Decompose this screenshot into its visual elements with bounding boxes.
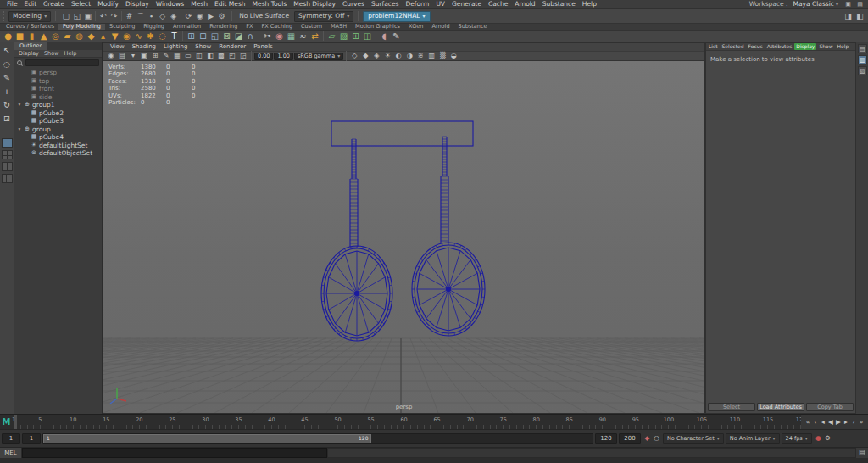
wireframe-color-icon[interactable]: ✎: [391, 31, 402, 42]
select-tool[interactable]: ↖: [1, 45, 13, 56]
menu-help[interactable]: Help: [579, 1, 600, 8]
menu-create[interactable]: Create: [40, 1, 68, 8]
tool-settings-tab-icon[interactable]: ▧: [858, 66, 867, 75]
motion-blur-icon[interactable]: ≋: [415, 52, 426, 61]
wireframe-display-icon[interactable]: ◇: [349, 52, 359, 61]
exposure-field[interactable]: 0.00: [254, 53, 273, 60]
step-forward-frame-button[interactable]: ›: [850, 417, 858, 427]
open-scene-icon[interactable]: ◱: [71, 11, 82, 22]
show-attribute-editor-icon[interactable]: ◨: [843, 11, 854, 22]
scene-selector[interactable]: problem12NHAL ▾: [363, 11, 430, 22]
menu-substance[interactable]: Substance: [539, 1, 579, 8]
textured-display-icon[interactable]: ◈: [371, 52, 381, 61]
poly-pipe-icon[interactable]: ◉: [121, 31, 132, 42]
four-pane-layout-button[interactable]: [2, 150, 13, 159]
poly-pyramid-icon[interactable]: ▴: [97, 31, 108, 42]
rotate-tool[interactable]: ↻: [1, 99, 13, 110]
menu-mesh[interactable]: Mesh: [187, 1, 211, 8]
single-pane-layout-button[interactable]: [2, 138, 13, 148]
uv-automatic-icon[interactable]: ▨: [338, 31, 349, 42]
snap-point-icon[interactable]: ∙: [146, 11, 157, 22]
target-weld-icon[interactable]: ◉: [274, 31, 285, 42]
save-scene-icon[interactable]: ▣: [82, 11, 93, 22]
smooth-icon[interactable]: ≈: [298, 31, 309, 42]
ae-menu-display[interactable]: Display: [794, 43, 816, 50]
ae-menu-list[interactable]: List: [707, 43, 720, 50]
animation-preferences-icon[interactable]: ⚙: [823, 433, 832, 444]
viewport-menu-view[interactable]: View: [107, 44, 128, 50]
poly-plane-icon[interactable]: ▰: [62, 31, 73, 42]
grid-toggle-icon[interactable]: ▦: [172, 52, 182, 61]
expand-arrow-icon[interactable]: ▾: [17, 127, 22, 132]
time-slider[interactable]: M 15101520253035404550556065707580859095…: [0, 414, 801, 429]
lasso-select-tool[interactable]: ◌: [1, 59, 13, 70]
snap-plane-icon[interactable]: ◇: [157, 11, 168, 22]
outliner-menu-help[interactable]: Help: [63, 51, 79, 57]
shelf-tab-poly-modeling[interactable]: Poly Modeling: [58, 24, 105, 30]
view-transform-selector[interactable]: sRGB gamma ▾: [294, 53, 343, 60]
copy-tab-button[interactable]: Copy Tab: [806, 403, 854, 411]
viewport-menu-panels[interactable]: Panels: [250, 44, 276, 50]
shelf-tab-rigging[interactable]: Rigging: [139, 24, 169, 30]
menu-set-selector[interactable]: Modeling ▾: [8, 11, 51, 22]
use-all-lights-icon[interactable]: ☀: [382, 52, 392, 61]
go-to-end-button[interactable]: »: [858, 417, 865, 427]
2d-pan-zoom-icon[interactable]: ⊞: [150, 52, 160, 61]
outliner-item-pcube3[interactable]: ▦pCube3: [14, 117, 102, 126]
viewport-menu-show[interactable]: Show: [192, 44, 214, 50]
xray-icon[interactable]: ▒: [437, 52, 448, 61]
poly-cube-icon[interactable]: ■: [14, 31, 25, 42]
menu-modify[interactable]: Modify: [94, 1, 122, 8]
script-editor-icon[interactable]: ▤: [856, 448, 868, 458]
shelf-tab-fx[interactable]: FX: [242, 24, 257, 30]
poly-helix-icon[interactable]: ∿: [133, 31, 144, 42]
scene-svg[interactable]: [103, 61, 704, 413]
expand-arrow-icon[interactable]: ▾: [17, 103, 22, 108]
viewport-menu-renderer[interactable]: Renderer: [215, 44, 249, 50]
outliner-item-persp[interactable]: ▣persp: [14, 69, 102, 77]
shelf-tab-sculpting[interactable]: Sculpting: [105, 24, 139, 30]
ae-menu-attributes[interactable]: Attributes: [765, 43, 794, 50]
channel-box-tab-icon[interactable]: ▤: [858, 44, 867, 53]
symmetry-selector[interactable]: Symmetry: Off ▾: [294, 11, 353, 22]
workspace-selector[interactable]: Maya Classic ▾: [791, 1, 841, 8]
bridge-icon[interactable]: ∩: [245, 31, 256, 42]
menu-mesh-display[interactable]: Mesh Display: [290, 1, 339, 8]
drag-grip[interactable]: [3, 11, 6, 21]
menu-windows[interactable]: Windows: [153, 1, 187, 8]
quad-draw-icon[interactable]: ▦: [286, 31, 297, 42]
shadows-icon[interactable]: ◐: [393, 52, 403, 61]
redo-icon[interactable]: ↷: [108, 11, 120, 22]
poly-prism-icon[interactable]: ▼: [109, 31, 120, 42]
fps-selector[interactable]: 24 fps ▾: [782, 433, 812, 444]
workspace-options-icon[interactable]: ▤: [855, 1, 865, 8]
separate-icon[interactable]: ⊟: [198, 31, 209, 42]
menu-select[interactable]: Select: [68, 1, 94, 8]
poly-cone-icon[interactable]: ▲: [38, 31, 49, 42]
bookmarks-icon[interactable]: ▾: [128, 52, 138, 61]
multi-cut-icon[interactable]: ✂: [262, 31, 273, 42]
construction-history-icon[interactable]: ⟳: [183, 11, 194, 22]
boolean-icon[interactable]: ◱: [209, 31, 220, 42]
shelf-tab-fx-caching[interactable]: FX Caching: [258, 24, 298, 30]
step-back-frame-button[interactable]: ‹: [812, 417, 820, 427]
animation-end-field[interactable]: 200: [619, 433, 641, 444]
go-to-start-button[interactable]: «: [804, 417, 812, 427]
outliner-item-front[interactable]: ▣front: [14, 85, 102, 93]
outliner-item-group1[interactable]: ▾⊕group1: [14, 101, 102, 109]
live-surface-status[interactable]: No Live Surface: [236, 13, 292, 20]
scale-tool[interactable]: ⊡: [1, 113, 13, 124]
select-button[interactable]: Select: [708, 403, 755, 411]
viewport-menu-shading[interactable]: Shading: [129, 44, 159, 50]
shelf-tab-animation[interactable]: Animation: [169, 24, 205, 30]
two-pane-layout-button[interactable]: [2, 162, 13, 171]
multisample-icon[interactable]: ▥: [426, 52, 437, 61]
shelf-tab-arnold[interactable]: Arnold: [427, 24, 453, 30]
outliner-search-input[interactable]: [25, 59, 99, 66]
poly-cylinder-icon[interactable]: ▮: [26, 31, 37, 42]
outliner-item-pcube4[interactable]: ▦pCube4: [14, 133, 102, 142]
command-input[interactable]: [22, 448, 327, 458]
isolate-select-icon[interactable]: ◒: [448, 52, 459, 61]
shelf-tab-substance[interactable]: Substance: [454, 24, 492, 30]
command-language-toggle[interactable]: MEL: [0, 448, 22, 458]
